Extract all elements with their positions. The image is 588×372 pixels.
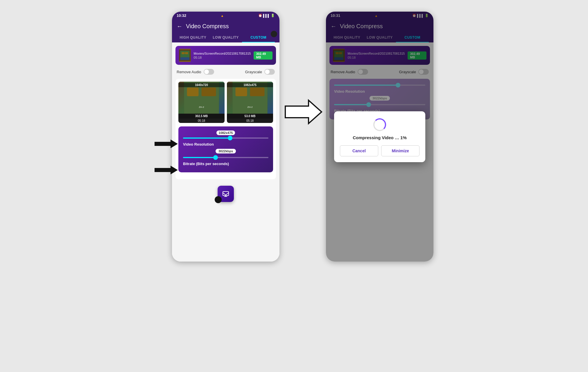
left-preview-container: 1640x720 ZH-2 302.5 MB	[175, 79, 276, 179]
left-bitrate-track[interactable]	[183, 157, 268, 158]
left-grayscale-toggle[interactable]: Grayscale	[245, 69, 275, 75]
svg-marker-1	[155, 166, 178, 174]
left-file-thumb	[179, 49, 191, 62]
right-dialog-overlay: Compressing Video … 1% Cancel Minimize	[326, 12, 433, 262]
left-grayscale-switch[interactable]	[264, 69, 275, 75]
left-status-bar: 10:32 ▲ ⏰ ▌▌▌ 🔋	[172, 12, 279, 19]
left-tab-low-quality[interactable]: LOW QUALITY	[209, 33, 242, 42]
right-cancel-button[interactable]: Cancel	[340, 145, 378, 156]
left-tab-high-quality[interactable]: HIGH QUALITY	[177, 33, 209, 42]
svg-rect-9	[187, 87, 199, 96]
left-resolution-label: 1082x475	[216, 130, 235, 135]
left-bitrate-value: 3022kbps	[216, 149, 236, 153]
svg-rect-15	[250, 87, 265, 96]
left-file-info: Movies/ScreenRecord/20210817081315 05:18	[194, 52, 251, 59]
svg-marker-0	[155, 140, 178, 148]
middle-arrow-container	[279, 99, 326, 125]
right-phone: 10:31 ▲ ⏰ ▌▌▌ 🔋 ← Video Compress HIGH QU…	[326, 12, 433, 262]
left-tabs: HIGH QUALITY LOW QUALITY CUSTOM	[177, 33, 275, 42]
left-fab-dot	[215, 196, 222, 203]
left-bitrate-section-label: Bitrate (Bits per seconds)	[183, 162, 268, 166]
left-original-dim: 1640x720	[178, 83, 225, 87]
svg-text:ZH-2: ZH-2	[248, 106, 253, 108]
svg-rect-3	[180, 51, 190, 58]
left-file-size: 302.49 MB	[254, 51, 273, 60]
left-preview-row: 1640x720 ZH-2 302.5 MB	[178, 82, 273, 123]
left-back-button[interactable]: ←	[177, 23, 182, 30]
right-minimize-button[interactable]: Minimize	[381, 145, 420, 156]
left-tab-custom[interactable]: CUSTOM	[242, 33, 275, 42]
arrow-bitrate	[155, 166, 178, 174]
left-file-card: Movies/ScreenRecord/20210817081315 05:18…	[175, 46, 276, 65]
svg-text:ZH-2: ZH-2	[199, 106, 204, 108]
left-time: 10:32	[177, 13, 186, 18]
left-fab-area	[175, 183, 276, 206]
left-resolution-section-label: Video Resolution	[183, 142, 268, 146]
left-resolution-thumb[interactable]	[228, 136, 232, 140]
left-toggle-row: Remove Audio Grayscale	[175, 69, 276, 75]
left-compressed-preview: 1082x475 ZH-2 53.0 MB	[227, 82, 273, 123]
left-remove-audio-switch[interactable]	[204, 69, 214, 75]
left-resolution-track[interactable]	[183, 137, 268, 139]
svg-rect-6	[180, 57, 190, 60]
left-thumb-image	[179, 49, 191, 62]
left-bitrate-thumb[interactable]	[213, 155, 218, 160]
left-fab-icon	[222, 190, 230, 198]
left-status-icons: ⏰ ▌▌▌ 🔋	[258, 14, 275, 17]
left-app-title: Video Compress	[186, 23, 229, 30]
arrow-resolution	[155, 140, 178, 148]
left-compressed-size: 53.0 MB	[227, 114, 273, 119]
svg-rect-14	[236, 87, 247, 96]
left-alert: ▲	[220, 14, 224, 17]
right-spinner	[373, 118, 386, 131]
left-original-preview: 1640x720 ZH-2 302.5 MB	[178, 82, 225, 123]
left-original-size: 302.5 MB	[178, 114, 225, 119]
right-dialog-box: Compressing Video … 1% Cancel Minimize	[334, 111, 426, 162]
left-file-duration: 05:18	[194, 56, 251, 59]
left-slider-section: 1082x475 Video Resolution 3022kbps	[178, 126, 273, 172]
svg-rect-4	[182, 52, 185, 54]
svg-rect-5	[185, 52, 188, 54]
left-content: Movies/ScreenRecord/20210817081315 05:18…	[172, 42, 279, 262]
svg-marker-20	[285, 100, 322, 124]
left-custom-bubble	[271, 31, 277, 37]
left-file-path: Movies/ScreenRecord/20210817081315	[194, 52, 251, 55]
left-remove-audio-toggle[interactable]: Remove Audio	[177, 69, 214, 75]
left-compressed-dim: 1082x475	[227, 83, 273, 87]
left-compressed-time: 05:18	[227, 119, 273, 123]
middle-arrow	[282, 99, 323, 125]
svg-rect-10	[202, 87, 216, 96]
left-phone: 10:32 ▲ ⏰ ▌▌▌ 🔋 ← Video Compress HIGH QU…	[172, 12, 279, 262]
right-dialog-title: Compressing Video … 1%	[340, 135, 420, 140]
left-app-header: ← Video Compress HIGH QUALITY LOW QUALIT…	[172, 19, 279, 42]
left-original-time: 05:18	[178, 119, 225, 123]
right-dialog-buttons: Cancel Minimize	[340, 145, 420, 156]
